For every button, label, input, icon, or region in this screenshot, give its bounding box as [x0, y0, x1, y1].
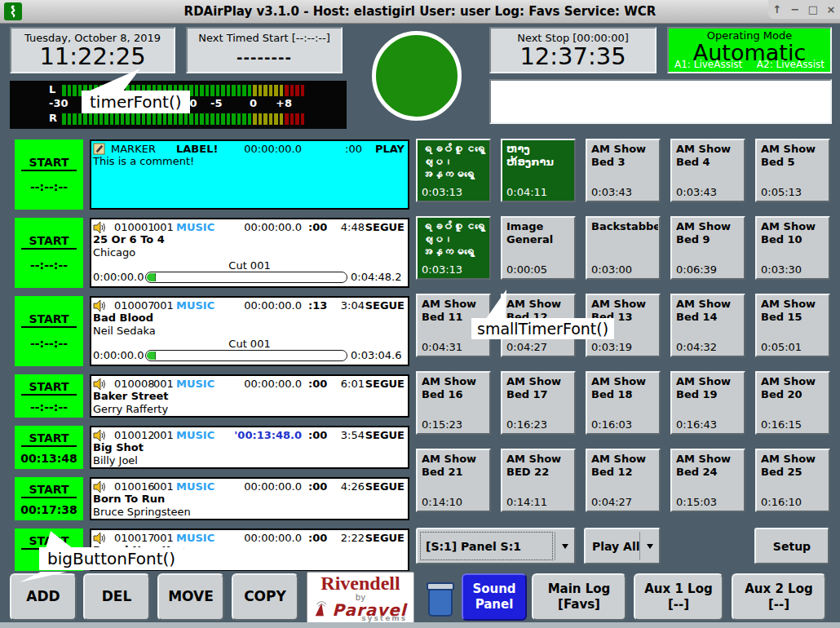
start-button[interactable]: START--:--:-- [15, 218, 83, 288]
next-stop-value: 12:37:35 [491, 44, 655, 69]
log-row: START--:--:--010007001MUSIC00:00:00.0:13… [15, 296, 416, 366]
move-button[interactable]: MOVE [157, 573, 224, 621]
panel-button[interactable]: AM Show Bed 150:05:01 [755, 294, 830, 357]
aux1-mode-label: A1: LiveAssist [674, 59, 742, 70]
start-button[interactable]: START00:17:38 [15, 477, 83, 520]
start-button-time: --:--:-- [15, 259, 83, 272]
titlebar[interactable]: RDAirPlay v3.1.0 - Host: elastigirl User… [0, 0, 840, 24]
panel-button[interactable]: AM Show Bed 120:04:27 [586, 449, 661, 512]
meter-segment [195, 85, 199, 96]
operating-mode-panel[interactable]: Operating Mode Automatic A1: LiveAssist … [667, 27, 832, 73]
entry-talk-time: :00 [308, 221, 327, 233]
panel-button[interactable]: AM Show Bed 170:16:23 [501, 371, 576, 435]
aux1-log-button[interactable]: Aux 1 Log [--] [634, 573, 723, 621]
panel-button-timer: 0:04:32 [676, 341, 717, 353]
panel-button[interactable]: AM Show Bed 210:14:10 [416, 449, 491, 512]
maximize-button[interactable]: □ [806, 3, 820, 15]
log-entry[interactable]: 010007001MUSIC00:00:00.0:133:04SEGUEBad … [90, 296, 409, 366]
panel-button[interactable]: AM Show Bed 90:06:39 [670, 216, 745, 280]
panel-button[interactable]: AM Show BED 220:14:11 [501, 449, 576, 512]
panel-button-label: AM Show Bed 25 [761, 453, 828, 490]
panel-button[interactable]: AM Show Bed 190:16:43 [670, 371, 745, 435]
meter-segment [242, 113, 246, 125]
start-button-label: START [21, 312, 76, 328]
progress-fill [147, 273, 156, 281]
panel-button[interactable]: AM Show Bed 200:16:15 [755, 371, 830, 435]
group-number: 001 [153, 221, 174, 233]
meter-segment [153, 113, 157, 125]
panel-button[interactable]: Image General0:00:05 [501, 216, 576, 280]
meter-segment [227, 113, 231, 125]
play-mode-dropdown[interactable]: Play All [584, 528, 661, 564]
track-artist: Chicago [93, 246, 135, 259]
track-artist: Billy Joel [93, 454, 138, 467]
panel-button[interactable]: ຫາງຫ້ອງການ0:04:11 [501, 139, 576, 202]
panel-button[interactable]: AM Show Bed 250:16:10 [755, 449, 830, 512]
start-button[interactable]: START--:--:-- [15, 296, 83, 366]
marker-comment: This is a comment! [93, 155, 194, 167]
copy-button[interactable]: COPY [232, 573, 298, 621]
chevron-down-icon[interactable] [639, 532, 659, 560]
meter-segment [295, 85, 299, 96]
panel-button[interactable]: ရခ၀ိ၀ူငရွေ့ဈပ၊ အနှကမရွေ0:03:13 [416, 216, 491, 280]
close-button[interactable]: × [824, 3, 838, 15]
next-timed-start-value: -------- [188, 49, 341, 66]
panel-button-timer: 0:03:19 [591, 341, 632, 353]
panel-button[interactable]: AM Show Bed 140:04:32 [670, 294, 745, 357]
entry-time: 00:00:00.0 [244, 299, 302, 312]
panel-button-timer: 0:15:03 [676, 496, 717, 508]
panel-button[interactable]: Backstabber0:03:00 [586, 216, 661, 280]
start-button[interactable]: START00:13:48 [15, 426, 83, 469]
cart-number: 010016 [114, 480, 155, 493]
panel-button-timer: 0:03:43 [591, 186, 632, 198]
meter-scale-label: 0 [250, 97, 257, 109]
add-button[interactable]: ADD [10, 573, 77, 621]
meter-segment [104, 113, 108, 125]
panel-button-label: ຫາງຫ້ອງການ [506, 143, 573, 180]
log-row: START00:13:48010012001MUSIC'00:13:48.0:0… [15, 426, 416, 469]
window-title: RDAirPlay v3.1.0 - Host: elastigirl User… [184, 4, 657, 19]
panel-button[interactable]: AM Show Bed 240:15:03 [670, 449, 745, 512]
panel-button[interactable]: AM Show Bed 100:03:30 [755, 216, 830, 280]
cart-number: 010012 [114, 429, 155, 441]
panel-button-timer: 0:16:23 [506, 418, 547, 431]
track-artist: Bruce Springsteen [93, 506, 191, 518]
panel-button-timer: 0:06:39 [676, 263, 717, 276]
main-log-label: Main Log [Favs] [548, 582, 611, 613]
log-entry[interactable]: 010016001MUSIC00:00:00.0:004:26SEGUEBorn… [90, 477, 409, 520]
trash-icon[interactable] [426, 580, 455, 618]
log-entry[interactable]: 010008001MUSIC00:00:00.0:006:01SEGUEBake… [90, 374, 409, 418]
panel-button-timer: 0:05:01 [761, 341, 802, 353]
meter-segment [210, 113, 214, 125]
aux2-log-button[interactable]: Aux 2 Log [--] [732, 573, 826, 621]
panel-button[interactable]: ရခ၀ိ၀ူငရွေ့ဈပ၊ အနှကမရွေ0:03:13 [416, 139, 491, 202]
panel-button[interactable]: AM Show Bed 50:05:13 [755, 139, 830, 202]
log-entry[interactable]: MARKERLABEL!00:00:00.0:00PLAYThis is a c… [90, 139, 409, 210]
panel-button[interactable]: AM Show Bed 160:15:23 [416, 371, 491, 435]
marker-label: LABEL! [176, 143, 218, 155]
setup-button[interactable]: Setup [754, 528, 829, 564]
cut-label: Cut 001 [91, 338, 408, 350]
panel-button[interactable]: AM Show Bed 180:16:03 [586, 371, 661, 435]
chevron-down-icon[interactable] [555, 532, 574, 560]
remaining-time: 0:03:04.6 [351, 349, 402, 361]
log-entry[interactable]: 010012001MUSIC'00:13:48.0:003:54SEGUEBig… [90, 426, 409, 469]
start-button-label: START [21, 380, 76, 396]
shade-button[interactable]: ↑ [770, 3, 785, 15]
panel-selector-value: [S:1] Panel S:1 [420, 532, 553, 560]
panel-button-timer: 0:00:05 [506, 263, 547, 276]
minimize-button[interactable]: − [788, 3, 802, 15]
start-button[interactable]: START--:--:-- [15, 139, 83, 210]
panel-button[interactable]: AM Show Bed 40:03:43 [670, 139, 745, 202]
main-log-button[interactable]: Main Log [Favs] [532, 573, 626, 621]
panel-selector-dropdown[interactable]: [S:1] Panel S:1 [416, 528, 576, 564]
log-entry[interactable]: 010001001MUSIC00:00:00.0:004:48SEGUE25 O… [90, 218, 409, 288]
meter-segment [221, 113, 225, 125]
panel-button[interactable]: AM Show Bed 30:03:43 [586, 139, 661, 202]
group-number: 001 [153, 378, 174, 390]
group-number: 001 [153, 532, 174, 544]
delete-button[interactable]: DEL [83, 573, 150, 621]
meter-segment [216, 113, 220, 125]
start-button[interactable]: START--:--:-- [15, 374, 83, 418]
sound-panel-button[interactable]: Sound Panel [462, 573, 527, 621]
